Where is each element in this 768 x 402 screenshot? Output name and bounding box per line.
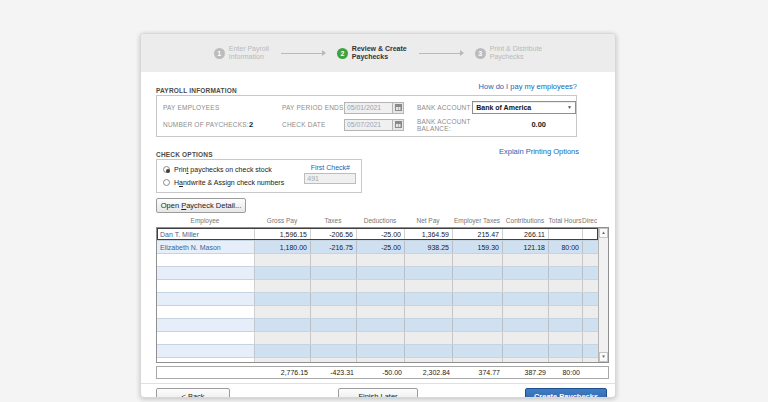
table-row-empty[interactable] [157,280,598,293]
value-cell [405,319,453,331]
value-cell [255,358,311,362]
pay-employees-label: PAY EMPLOYEES [163,104,219,111]
value-cell: -25.00 [357,241,405,253]
value-cell [549,267,583,279]
bank-account-dropdown[interactable]: Bank of America ▼ [472,101,576,114]
totals-value-cell: 2,776.15 [255,367,311,378]
print-paychecks-option[interactable]: Print paychecks on check stock [163,163,300,176]
calendar-button[interactable] [392,119,404,131]
bank-account-balance-value: 0.00 [503,120,554,129]
how-do-i-pay-my-employees-link[interactable]: How do I pay my employees? [479,82,577,91]
employee-name-cell [157,280,255,292]
column-header-taxes: Taxes [310,217,356,227]
stepper-arrow-icon [281,53,325,54]
pay-period-ends-input[interactable] [344,102,392,114]
vertical-scrollbar[interactable]: ▲ ▼ [598,228,608,362]
step-enter-payroll-information: 1 Enter Payroll Information [214,45,269,62]
employee-name-cell [157,254,255,266]
employee-name-cell [157,293,255,305]
column-header-employer-taxes: Employer Taxes [452,217,502,227]
employee-name-cell [157,319,255,331]
table-row-empty[interactable] [157,358,598,362]
check-date-label: CHECK DATE [282,121,344,128]
value-cell [311,306,357,318]
scroll-down-icon[interactable]: ▼ [599,352,608,362]
value-cell [583,293,598,305]
radio-unselected-icon[interactable] [163,179,170,186]
step-1-line1: Enter Payroll [229,45,269,52]
create-paychecks-button[interactable]: Create Paychecks [525,388,607,398]
value-cell [357,293,405,305]
value-cell [453,358,503,362]
table-row-empty[interactable] [157,319,598,332]
table-header-row: EmployeeGross PayTaxesDeductionsNet PayE… [156,217,597,227]
value-cell [583,358,598,362]
payroll-info-column-3: BANK ACCOUNT Bank of America ▼ BANK ACCO… [417,99,576,133]
table-row-empty[interactable] [157,332,598,345]
number-of-paychecks-value: 2 [249,120,253,129]
explain-printing-options-link[interactable]: Explain Printing Options [499,147,579,156]
value-cell: 215.47 [453,228,503,240]
detail-label-pre: Open [161,201,181,210]
value-cell [255,254,311,266]
table-row-empty[interactable] [157,345,598,358]
value-cell [311,280,357,292]
value-cell [255,319,311,331]
value-cell [583,345,598,357]
radio-selected-icon[interactable] [163,166,170,173]
value-cell [583,332,598,344]
column-header-gross-pay: Gross Pay [254,217,310,227]
value-cell: -206.56 [311,228,357,240]
value-cell [405,293,453,305]
table-row[interactable]: Elizabeth N. Mason1,180.00-216.75-25.009… [157,241,598,254]
value-cell [255,306,311,318]
value-cell [503,306,549,318]
value-cell [583,319,598,331]
value-cell [311,358,357,362]
value-cell [357,345,405,357]
check-date-input[interactable] [344,119,392,131]
value-cell [583,254,598,266]
back-button[interactable]: < Back [156,388,230,398]
step-3-circle-icon: 3 [475,48,486,59]
value-cell [405,358,453,362]
payroll-info-column-1: PAY EMPLOYEES NUMBER OF PAYCHECKS: 2 [157,99,282,133]
value-cell [311,293,357,305]
first-check-number-input[interactable] [304,173,356,184]
value-cell [503,280,549,292]
value-cell [503,254,549,266]
table-row-empty[interactable] [157,267,598,280]
value-cell [503,332,549,344]
step-1-circle-icon: 1 [214,48,225,59]
value-cell [549,228,583,240]
step-1-line2: Information [229,53,264,60]
handwrite-assign-option[interactable]: Handwrite & Assign check numbers [163,176,300,189]
finish-later-button[interactable]: Finish Later [338,388,418,398]
payroll-information-box: PAY EMPLOYEES NUMBER OF PAYCHECKS: 2 PAY… [156,95,577,137]
table-row-empty[interactable] [157,254,598,267]
value-cell [549,332,583,344]
paycheck-grid: Dan T. Miller1,596.15-206.56-25.001,364.… [156,227,609,363]
value-cell [405,267,453,279]
table-row-empty[interactable] [157,306,598,319]
value-cell [453,319,503,331]
value-cell [583,306,598,318]
scroll-up-icon[interactable]: ▲ [599,228,608,238]
open-paycheck-detail-button[interactable]: Open Paycheck Detail... [156,198,246,213]
value-cell [405,345,453,357]
wizard-stepper: 1 Enter Payroll Information 2 Review & C… [141,34,615,72]
value-cell: 1,180.00 [255,241,311,253]
calendar-button[interactable] [392,102,404,114]
review-create-paychecks-dialog: 1 Enter Payroll Information 2 Review & C… [140,33,616,398]
table-row-empty[interactable] [157,293,598,306]
value-cell [311,267,357,279]
handwrite-assign-label: Handwrite & Assign check numbers [174,179,284,186]
step-3-label: Print & Distribute Paychecks [490,45,543,62]
employee-name-cell[interactable]: Elizabeth N. Mason [157,241,255,253]
table-row[interactable]: Dan T. Miller1,596.15-206.56-25.001,364.… [157,228,598,241]
value-cell: 80:00 [549,241,583,253]
employee-name-cell[interactable]: Dan T. Miller [157,228,255,240]
bank-account-label: BANK ACCOUNT [417,104,472,111]
check-options-box: Print paychecks on check stock Handwrite… [156,159,362,193]
step-review-create-paychecks: 2 Review & Create Paychecks [337,45,407,62]
